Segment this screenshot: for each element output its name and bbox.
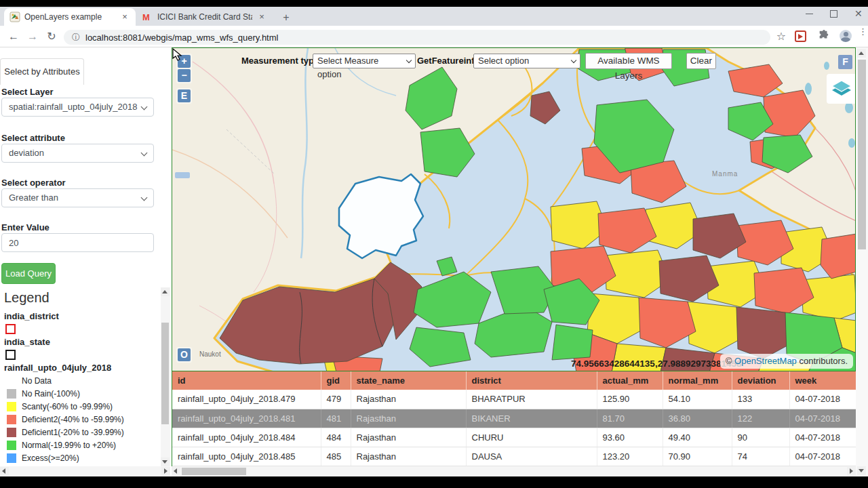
legend-class-row: Scanty(-60% to -99.99%) xyxy=(4,400,161,413)
table-cell: 49.40 xyxy=(663,428,732,447)
table-cell: 81.70 xyxy=(597,409,663,428)
operator-select-value: Greater than xyxy=(9,192,58,203)
zoom-out-button[interactable]: − xyxy=(178,69,191,82)
table-column-header[interactable]: week xyxy=(789,371,856,390)
table-cell: 133 xyxy=(732,390,789,409)
table-cell: 123.20 xyxy=(597,447,663,466)
openlayers-favicon xyxy=(9,12,20,22)
zoom-slider[interactable] xyxy=(175,172,190,178)
table-column-header[interactable]: normal_mm xyxy=(663,371,732,390)
extensions-puzzle-icon[interactable] xyxy=(818,30,830,42)
idm-extension-icon[interactable] xyxy=(795,30,806,42)
map-attribution: © OpenStreetMap contributors. xyxy=(720,354,853,369)
legend-class-row: Normal(-19.99% to +20%) xyxy=(4,439,161,451)
legend-layer-india-district: india_district xyxy=(4,311,161,321)
table-column-header[interactable]: state_name xyxy=(351,371,466,390)
value-input[interactable] xyxy=(1,233,154,252)
legend-vscrollbar[interactable] xyxy=(161,287,170,466)
load-query-button[interactable]: Load Query xyxy=(1,263,56,284)
legend-layer-india-state: india_state xyxy=(4,337,161,347)
scrollbar-thumb[interactable] xyxy=(161,323,169,424)
fullscreen-button[interactable]: F xyxy=(838,55,852,69)
table-cell: 93.60 xyxy=(597,428,663,447)
overview-control: O xyxy=(176,347,192,363)
measurement-type-label: Measurement type xyxy=(241,56,319,66)
back-icon[interactable]: ← xyxy=(5,28,22,45)
forward-icon[interactable]: → xyxy=(24,28,41,45)
scroll-down-icon[interactable] xyxy=(857,466,866,475)
chevron-down-icon xyxy=(141,150,148,157)
scroll-left-icon[interactable] xyxy=(172,467,180,476)
browser-menu-icon[interactable]: ⋮ xyxy=(859,29,863,44)
scroll-up-icon[interactable] xyxy=(857,49,866,58)
table-column-header[interactable]: gid xyxy=(321,371,351,390)
tab-close-icon[interactable]: × xyxy=(119,12,130,22)
scroll-left-icon[interactable] xyxy=(0,467,9,476)
table-cell: 74 xyxy=(732,447,789,466)
available-wms-layers-button[interactable]: Available WMS Layers xyxy=(585,53,672,69)
table-cell: 04-07-2018 xyxy=(789,447,856,466)
select-layer-label: Select Layer xyxy=(1,87,54,97)
profile-avatar-icon[interactable] xyxy=(840,30,852,42)
results-table: idgidstate_namedistrictactual_mmnormal_m… xyxy=(172,371,856,466)
table-cell: 70.90 xyxy=(663,447,732,466)
table-row[interactable]: rainfall_upto_04july_2018.479479Rajastha… xyxy=(172,390,856,409)
measure-option-select[interactable]: Select Measure option xyxy=(313,54,416,68)
scroll-right-icon[interactable] xyxy=(161,467,170,476)
browser-navbar: ← → ↻ ⓘ localhost:8081/webgis/map_wms_wf… xyxy=(0,26,868,47)
bottom-letterbox xyxy=(0,476,868,488)
legend-class-label: No Rain(-100%) xyxy=(22,389,80,399)
address-bar[interactable]: ⓘ localhost:8081/webgis/map_wms_wfs_quer… xyxy=(64,30,770,45)
map-canvas[interactable] xyxy=(172,48,856,371)
chevron-down-icon xyxy=(406,58,412,63)
table-cell: 125.90 xyxy=(597,390,663,409)
edit-control: E xyxy=(176,88,192,104)
screen: OpenLayers example × M ICICI Bank Credit… xyxy=(0,0,868,488)
table-row[interactable]: rainfall_upto_04july_2018.484484Rajastha… xyxy=(172,428,856,447)
table-hscrollbar[interactable] xyxy=(172,466,856,476)
page-vscrollbar[interactable] xyxy=(856,47,868,476)
edit-button[interactable]: E xyxy=(178,89,191,102)
enter-value-label: Enter Value xyxy=(1,222,50,232)
reload-icon[interactable]: ↻ xyxy=(43,28,60,45)
layer-switcher-button[interactable] xyxy=(827,74,856,104)
legend-class-row: Deficient2(-40% to -59.99%) xyxy=(4,413,161,426)
tab-select-by-attributes[interactable]: Select by Attributes xyxy=(0,58,84,85)
attribute-select[interactable]: deviation xyxy=(1,144,154,163)
url-text: localhost:8081/webgis/map_wms_wfs_query.… xyxy=(85,33,278,43)
scrollbar-thumb[interactable] xyxy=(182,468,246,475)
scroll-right-icon[interactable] xyxy=(847,467,856,476)
legend-color-swatch xyxy=(7,415,16,424)
tab-openlayers[interactable]: OpenLayers example × xyxy=(4,8,136,26)
table-column-header[interactable]: district xyxy=(466,371,597,390)
scrollbar-thumb[interactable] xyxy=(858,60,866,249)
clear-button[interactable]: Clear xyxy=(686,53,716,69)
legend-class-label: Deficient2(-40% to -59.99%) xyxy=(22,415,124,424)
scroll-up-icon[interactable] xyxy=(161,287,170,296)
tab-title: ICICI Bank Credit Card Statement xyxy=(157,12,252,22)
tab-icici[interactable]: M ICICI Bank Credit Card Statement × xyxy=(137,8,273,26)
tab-close-icon[interactable]: × xyxy=(256,12,267,22)
openstreetmap-link[interactable]: OpenStreetMap xyxy=(734,356,797,366)
maximize-button[interactable] xyxy=(830,9,838,18)
new-tab-button[interactable]: + xyxy=(279,11,293,24)
getfeatureinfo-select[interactable]: Select option xyxy=(473,54,580,68)
page-info-icon[interactable]: ⓘ xyxy=(72,32,80,43)
window-close-button[interactable]: ✕ xyxy=(854,9,863,18)
table-cell: 479 xyxy=(321,390,351,409)
legend-color-swatch xyxy=(7,441,16,450)
scroll-down-icon[interactable] xyxy=(161,458,170,466)
operator-select[interactable]: Greater than xyxy=(1,188,154,207)
layer-select[interactable]: spatial:rainfall_upto_04july_2018 xyxy=(1,98,154,117)
table-column-header[interactable]: deviation xyxy=(732,371,789,390)
overview-map-button[interactable]: O xyxy=(178,348,191,361)
table-column-header[interactable]: id xyxy=(172,371,321,390)
table-column-header[interactable]: actual_mm xyxy=(597,371,663,390)
legend-hscrollbar[interactable] xyxy=(0,466,170,476)
legend-class-label: Scanty(-60% to -99.99%) xyxy=(22,402,113,411)
table-row[interactable]: rainfall_upto_04july_2018.485485Rajastha… xyxy=(172,447,856,466)
minimize-button[interactable] xyxy=(806,9,814,18)
table-row[interactable]: rainfall_upto_04july_2018.481481Rajastha… xyxy=(172,409,856,428)
results-table-header-row: idgidstate_namedistrictactual_mmnormal_m… xyxy=(172,371,856,390)
bookmark-star-icon[interactable]: ☆ xyxy=(773,28,789,45)
